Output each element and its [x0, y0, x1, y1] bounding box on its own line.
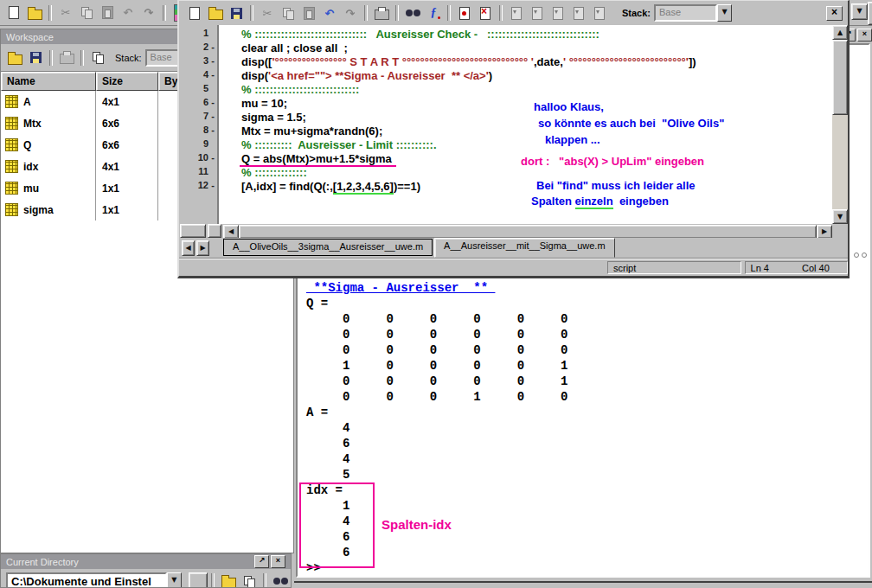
open-folder-icon	[28, 10, 42, 20]
find-files-button[interactable]	[270, 572, 291, 588]
column-header-size[interactable]: Size	[96, 72, 158, 91]
step-icon	[511, 7, 522, 20]
scroll-up-icon[interactable]: ▲	[832, 25, 848, 40]
line-number: 11	[179, 166, 217, 180]
open-file-button[interactable]	[205, 3, 226, 22]
cut-button[interactable]	[257, 3, 278, 22]
new-folder-button[interactable]	[239, 572, 260, 588]
close-icon[interactable]: ×	[857, 29, 872, 42]
paste-button[interactable]	[97, 3, 118, 22]
splitter-box[interactable]	[180, 224, 206, 238]
current-directory-toolbar: C:\Dokumente und Einstel ▼	[1, 569, 291, 588]
browse-folder-button[interactable]	[218, 572, 239, 588]
line-indicator: Ln 4	[751, 263, 769, 272]
toolbar-separator	[395, 5, 399, 21]
line-number: 10-	[179, 152, 217, 166]
copy-icon	[283, 8, 294, 19]
output-line: 6	[306, 437, 567, 452]
paste-icon	[102, 6, 113, 19]
chevron-down-icon[interactable]: ▼	[717, 4, 732, 22]
copy-button[interactable]	[278, 3, 298, 22]
tabs-scroll-left-icon[interactable]: ◀	[182, 240, 195, 256]
scroll-left-icon[interactable]: ◀	[223, 225, 239, 239]
tab-ausreisser-mit-sigma[interactable]: A__Ausreisser__mit__Sigma__uwe.m	[434, 238, 614, 258]
workspace-print-button[interactable]	[56, 48, 77, 67]
idx-annotation-box	[299, 483, 375, 568]
editor-document-tabs: ◀ ▶ A__OliveOils__3sigma__Ausreisser__uw…	[179, 238, 848, 258]
window-edge-fragment	[868, 2, 872, 25]
matrix-variable-icon	[5, 95, 18, 108]
print-button[interactable]	[371, 3, 392, 22]
set-breakpoint-button[interactable]	[454, 3, 475, 22]
step-in-button[interactable]	[527, 3, 548, 22]
current-directory-combo[interactable]: C:\Dokumente und Einstel ▼	[6, 572, 182, 588]
find-button[interactable]	[402, 3, 423, 22]
cut-icon	[61, 6, 71, 19]
scrollbar-thumb[interactable]	[239, 225, 817, 239]
editor-close-button[interactable]: ×	[826, 6, 843, 21]
code-line: % :::::::::::::::::::::::::::::: Ausreis…	[241, 28, 696, 42]
workspace-save-button[interactable]	[25, 48, 46, 67]
editor-horizontal-scrollbar[interactable]: ◀ ▶	[223, 225, 832, 237]
close-icon[interactable]: ×	[271, 555, 285, 568]
handwritten-annotation: halloo Klaus,	[534, 100, 604, 113]
undo-icon	[325, 7, 335, 20]
print-icon	[375, 10, 389, 20]
exit-debug-button[interactable]	[589, 3, 610, 22]
paste-button[interactable]	[298, 3, 319, 22]
matrix-variable-icon	[5, 203, 18, 216]
step-button[interactable]	[506, 3, 527, 22]
run-continue-button[interactable]	[568, 3, 589, 22]
new-file-button[interactable]	[184, 3, 205, 22]
copy-button[interactable]	[76, 3, 97, 22]
run-continue-icon	[574, 7, 584, 20]
clear-breakpoints-button[interactable]	[475, 3, 496, 22]
scroll-right-icon[interactable]: ▶	[817, 225, 832, 239]
current-directory-path: C:\Dokumente und Einstel	[6, 572, 167, 588]
variable-name: Q	[23, 139, 31, 151]
handwritten-annotation: dort : "abs(X) > UpLim" eingeben	[521, 155, 704, 168]
cut-icon	[263, 7, 272, 20]
undock-icon[interactable]: ↗	[254, 555, 269, 568]
tab-oliveoils-3sigma[interactable]: A__OliveOils__3sigma__Ausreisser__uwe.m	[223, 239, 433, 256]
main-combo-dropdown-button[interactable]: ▼	[851, 3, 868, 20]
output-line: 0 0 0 1 0 0	[306, 390, 567, 406]
code-line: disp('<a href=""> **Sigma - Ausreisser *…	[241, 69, 696, 83]
function-handle-button[interactable]: ƒ	[423, 3, 444, 22]
workspace-new-variable-button[interactable]	[87, 48, 108, 67]
toolbar-separator	[48, 5, 52, 21]
step-out-button[interactable]	[548, 3, 568, 22]
dot-decoration	[854, 252, 859, 258]
new-file-button[interactable]	[3, 3, 24, 22]
code-area[interactable]: % :::::::::::::::::::::::::::::: Ausreis…	[219, 25, 832, 224]
save-button[interactable]	[226, 3, 247, 22]
blank-button[interactable]	[189, 572, 208, 588]
scroll-down-icon[interactable]: ▼	[832, 209, 848, 224]
toolbar-separator	[447, 5, 451, 21]
cut-button[interactable]	[55, 3, 76, 22]
redo-button[interactable]	[340, 3, 361, 22]
toolbar-separator	[250, 5, 253, 21]
open-file-button[interactable]	[24, 3, 45, 22]
column-header-name[interactable]: Name	[1, 72, 96, 91]
workspace-open-button[interactable]	[4, 48, 25, 67]
output-hyperlink[interactable]: **Sigma - Ausreisser **	[306, 281, 567, 297]
handwritten-annotation: so könnte es auch bei "Olive Oils"	[538, 117, 724, 130]
splitter-box[interactable]	[208, 224, 221, 238]
variable-size: 6x6	[96, 134, 158, 156]
undo-button[interactable]	[118, 3, 138, 22]
tabs-scroll-right-icon[interactable]: ▶	[196, 240, 209, 256]
editor-vertical-scrollbar[interactable]: ▲ ▼	[832, 25, 848, 224]
matrix-variable-icon	[5, 160, 18, 173]
editor-hscroll-row: ◀ ▶	[179, 224, 848, 238]
redo-icon	[144, 6, 154, 19]
line-number: 6-	[179, 97, 217, 111]
toolbar-separator	[211, 573, 215, 588]
workspace-title: Workspace	[6, 32, 54, 42]
undo-button[interactable]	[319, 3, 340, 22]
editor-stack-combo[interactable]: Base ▼	[654, 4, 732, 22]
function-icon: ƒ	[431, 6, 437, 20]
chevron-down-icon[interactable]: ▼	[167, 572, 182, 588]
redo-button[interactable]	[138, 3, 159, 22]
scrollbar-thumb[interactable]	[832, 40, 848, 115]
